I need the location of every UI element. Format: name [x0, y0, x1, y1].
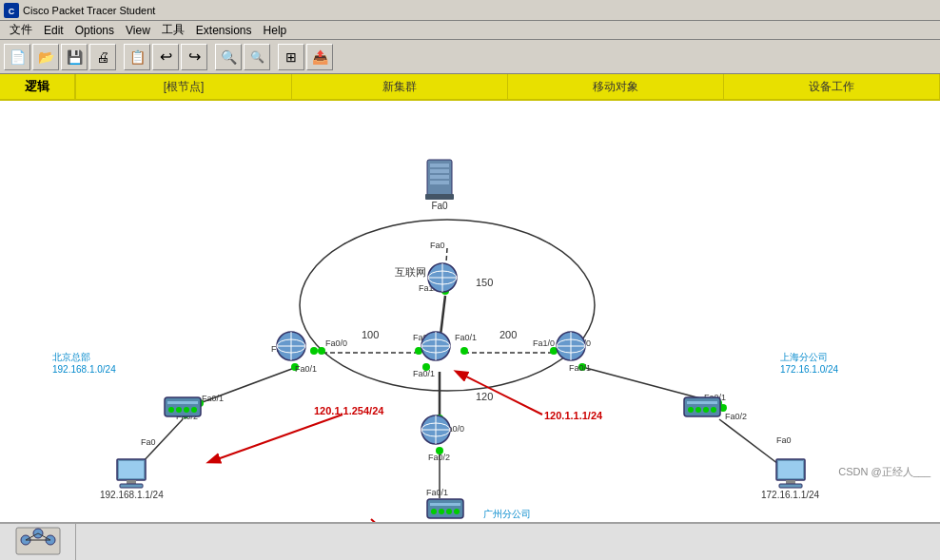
router-left[interactable]	[274, 329, 308, 363]
switch-guangzhou[interactable]	[426, 495, 464, 522]
svg-point-16	[318, 347, 325, 355]
ip-label-center-right: 120.1.1.1/24	[544, 410, 602, 421]
svg-line-34	[457, 372, 542, 415]
tab-move-object[interactable]: 移动对象	[508, 74, 724, 99]
pc-shanghai-label: 172.16.1.1/24	[761, 490, 819, 500]
title-icon: C	[4, 3, 19, 18]
bottom-panel	[0, 522, 940, 560]
svg-point-97	[703, 407, 709, 413]
canvas: 150 100 200 120 Fa1/1 Fa0 Fa0/0 Fa0/0 Fa…	[0, 101, 940, 522]
title-text: Cisco Packet Tracer Student	[23, 5, 155, 16]
redo-button[interactable]: ↪	[181, 44, 207, 70]
svg-rect-111	[786, 480, 795, 484]
tab-logical[interactable]: 逻辑	[0, 74, 76, 99]
svg-rect-62	[430, 164, 449, 167]
zoom-in-button[interactable]: 🔍	[215, 44, 242, 70]
svg-rect-108	[120, 484, 143, 488]
svg-point-103	[446, 509, 452, 514]
svg-text:Fa0/2: Fa0/2	[725, 412, 747, 421]
save-button[interactable]: 💾	[61, 44, 88, 70]
svg-rect-64	[430, 175, 449, 179]
svg-point-21	[422, 363, 430, 371]
svg-point-96	[695, 407, 701, 413]
svg-text:Fa0/1: Fa0/1	[295, 364, 317, 374]
svg-text:Fa0/2: Fa0/2	[428, 453, 450, 462]
svg-text:Fa0/1: Fa0/1	[413, 369, 435, 378]
svg-text:120: 120	[476, 391, 493, 402]
svg-point-22	[460, 347, 468, 355]
svg-rect-66	[425, 194, 454, 200]
svg-line-7	[200, 367, 297, 403]
svg-rect-107	[127, 480, 136, 484]
svg-rect-94	[687, 401, 717, 404]
svg-text:Fa1/0: Fa1/0	[533, 338, 555, 348]
svg-point-17	[310, 347, 318, 355]
switch-beijing[interactable]	[164, 394, 202, 420]
pc-beijing[interactable]: 192.168.1.1/24	[100, 457, 164, 500]
svg-rect-88	[167, 401, 198, 404]
router-bottom[interactable]	[419, 413, 453, 447]
svg-text:100: 100	[362, 329, 379, 340]
svg-point-89	[168, 407, 174, 413]
svg-text:Fa0/1: Fa0/1	[455, 333, 477, 342]
ip-label-center-left: 120.1.1.254/24	[314, 405, 383, 416]
svg-rect-110	[778, 461, 803, 478]
svg-line-33	[209, 415, 343, 462]
svg-rect-99	[427, 499, 463, 518]
pc-shanghai[interactable]: 172.16.1.1/24	[761, 457, 819, 500]
copy-button[interactable]: 📋	[124, 44, 150, 70]
grid-button[interactable]: ⊞	[278, 44, 304, 70]
toolbar: 📄 📂 💾 🖨 📋 ↩ ↪ 🔍 🔍 ⊞ 📤	[0, 40, 940, 74]
router-center[interactable]	[419, 329, 453, 363]
open-button[interactable]: 📂	[32, 44, 59, 70]
print-button[interactable]: 🖨	[89, 44, 116, 70]
svg-rect-87	[165, 397, 201, 416]
svg-point-95	[688, 407, 694, 413]
tab-root-node[interactable]: [根节点]	[76, 74, 292, 99]
svg-rect-100	[430, 503, 460, 506]
tab-device-work[interactable]: 设备工作	[724, 74, 940, 99]
svg-point-91	[184, 407, 189, 413]
router-top[interactable]	[425, 261, 460, 295]
shanghai-area-label: 上海分公司172.16.1.0/24	[780, 351, 838, 376]
undo-button[interactable]: ↩	[152, 44, 179, 70]
zoom-out-button[interactable]: 🔍	[244, 44, 270, 70]
svg-text:Fa0: Fa0	[776, 435, 792, 445]
svg-point-104	[454, 509, 460, 514]
svg-text:Fa0/1: Fa0/1	[569, 363, 591, 373]
menu-help[interactable]: Help	[258, 24, 293, 37]
menu-file[interactable]: 文件	[4, 22, 38, 38]
svg-text:150: 150	[476, 277, 493, 288]
svg-point-98	[711, 407, 716, 413]
pc-beijing-label: 192.168.1.1/24	[100, 490, 164, 500]
svg-text:Fa0: Fa0	[430, 241, 445, 250]
menu-options[interactable]: Options	[69, 24, 120, 37]
new-button[interactable]: 📄	[4, 44, 30, 70]
watermark: CSDN @正经人___	[838, 465, 930, 479]
internet-server[interactable]: Fa0	[425, 158, 454, 211]
export-button[interactable]: 📤	[306, 44, 333, 70]
router-right[interactable]	[554, 329, 588, 363]
svg-rect-112	[779, 484, 802, 488]
svg-point-24	[291, 363, 299, 371]
menubar: 文件 Edit Options View 工具 Extensions Help	[0, 21, 940, 40]
menu-extensions[interactable]: Extensions	[190, 24, 258, 37]
svg-point-90	[176, 407, 182, 413]
switch-shanghai[interactable]	[683, 394, 721, 420]
internet-label: 互联网	[395, 265, 426, 280]
menu-tools[interactable]: 工具	[156, 22, 190, 38]
svg-point-2	[300, 220, 595, 391]
svg-text:Fa0/0: Fa0/0	[325, 338, 347, 348]
svg-point-101	[431, 509, 437, 514]
menu-edit[interactable]: Edit	[38, 24, 69, 37]
svg-point-92	[191, 407, 197, 413]
beijing-area-label: 北京总部192.168.1.0/24	[52, 351, 116, 376]
svg-point-32	[436, 447, 443, 454]
menu-view[interactable]: View	[120, 24, 156, 37]
svg-rect-63	[430, 169, 449, 173]
svg-point-102	[439, 509, 444, 514]
logical-icon[interactable]	[0, 523, 76, 560]
titlebar: C Cisco Packet Tracer Student	[0, 0, 940, 21]
tab-new-cluster[interactable]: 新集群	[292, 74, 508, 99]
tabbar: 逻辑 [根节点] 新集群 移动对象 设备工作	[0, 74, 940, 101]
